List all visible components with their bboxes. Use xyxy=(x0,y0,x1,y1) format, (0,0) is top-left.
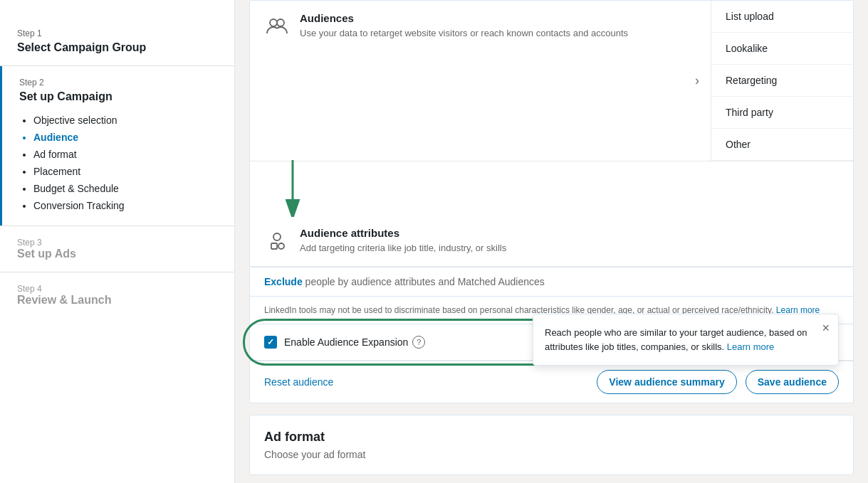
nav-item-ad-format[interactable]: Ad format xyxy=(33,146,217,163)
audience-attributes-title: Audience attributes xyxy=(300,227,506,239)
exclude-text: people by audience attributes and Matche… xyxy=(303,276,545,287)
step3-block: Step 3 Set up Ads xyxy=(0,226,234,272)
tooltip-close[interactable]: × xyxy=(822,322,830,334)
nav-item-placement[interactable]: Placement xyxy=(33,163,217,180)
expansion-label: Enable Audience Expansion xyxy=(284,336,408,348)
svg-point-0 xyxy=(270,19,277,26)
nav-item-budget[interactable]: Budget & Schedule xyxy=(33,180,217,197)
step4-title: Review & Launch xyxy=(17,294,217,307)
expansion-tooltip: × Reach people who are similar to your t… xyxy=(533,314,839,366)
svg-rect-5 xyxy=(271,243,277,249)
nav-item-audience[interactable]: Audience xyxy=(33,129,217,146)
help-icon[interactable]: ? xyxy=(412,336,425,349)
step2-label: Step 2 xyxy=(19,78,217,87)
audience-attributes-row: Audience attributes Add targeting criter… xyxy=(250,216,853,267)
step1-block: Step 1 Select Campaign Group xyxy=(0,17,234,65)
save-audience-button[interactable]: Save audience xyxy=(746,370,839,394)
audience-attributes-info: Audience attributes Add targeting criter… xyxy=(300,227,506,255)
nav-list: Objective selection Audience Ad format P… xyxy=(19,112,217,214)
nav-item-objective[interactable]: Objective selection xyxy=(33,112,217,129)
main-content: Audiences Use your data to retarget webs… xyxy=(235,0,868,483)
svg-point-4 xyxy=(273,233,281,240)
step2-block: Step 2 Set up Campaign Objective selecti… xyxy=(0,66,234,225)
svg-point-6 xyxy=(278,243,284,249)
sidebar: Step 1 Select Campaign Group Step 2 Set … xyxy=(0,0,235,483)
ad-format-subtitle: Choose your ad format xyxy=(264,449,839,460)
audiences-chevron: › xyxy=(695,1,711,161)
audiences-submenu: List upload Lookalike Retargeting Third … xyxy=(711,1,853,161)
ad-format-title: Ad format xyxy=(264,430,839,445)
submenu-third-party[interactable]: Third party xyxy=(711,97,853,129)
audiences-option[interactable]: Audiences Use your data to retarget webs… xyxy=(250,1,695,161)
audiences-row: Audiences Use your data to retarget webs… xyxy=(250,1,853,161)
audience-attributes-description: Add targeting criteria like job title, i… xyxy=(300,242,506,255)
nav-item-conversion[interactable]: Conversion Tracking xyxy=(33,197,217,214)
down-arrow-annotation xyxy=(271,160,314,217)
exclude-link[interactable]: Exclude xyxy=(264,276,303,287)
submenu-other[interactable]: Other xyxy=(711,129,853,161)
step4-block: Step 4 Review & Launch xyxy=(0,272,234,318)
audiences-description: Use your data to retarget website visito… xyxy=(300,27,628,40)
audiences-info: Audiences Use your data to retarget webs… xyxy=(300,12,628,40)
step1-title: Select Campaign Group xyxy=(17,41,217,54)
arrow-annotation-container xyxy=(250,160,853,217)
action-row: Reset audience View audience summary Sav… xyxy=(249,361,854,403)
view-audience-summary-button[interactable]: View audience summary xyxy=(597,370,736,394)
ad-format-section: Ad format Choose your ad format xyxy=(249,415,854,475)
submenu-list-upload[interactable]: List upload xyxy=(711,1,853,33)
audience-panel: Audiences Use your data to retarget webs… xyxy=(249,0,854,267)
reset-audience-link[interactable]: Reset audience xyxy=(264,376,333,388)
audience-attributes-option[interactable]: Audience attributes Add targeting criter… xyxy=(250,216,853,266)
step3-label: Step 3 xyxy=(17,238,217,248)
step3-title: Set up Ads xyxy=(17,248,217,260)
expansion-row: Enable Audience Expansion ? × Reach peop… xyxy=(249,324,854,361)
step1-label: Step 1 xyxy=(17,28,217,38)
submenu-retargeting[interactable]: Retargeting xyxy=(711,65,853,97)
tooltip-learn-more[interactable]: Learn more xyxy=(727,341,774,352)
svg-point-1 xyxy=(277,19,284,26)
step4-label: Step 4 xyxy=(17,284,217,294)
audience-attributes-icon xyxy=(264,228,290,254)
submenu-lookalike[interactable]: Lookalike xyxy=(711,33,853,65)
exclude-row: Exclude people by audience attributes an… xyxy=(249,267,854,297)
audiences-title: Audiences xyxy=(300,12,628,24)
expansion-checkbox[interactable] xyxy=(264,336,277,349)
step2-title: Set up Campaign xyxy=(19,90,217,103)
audiences-icon xyxy=(264,14,290,39)
